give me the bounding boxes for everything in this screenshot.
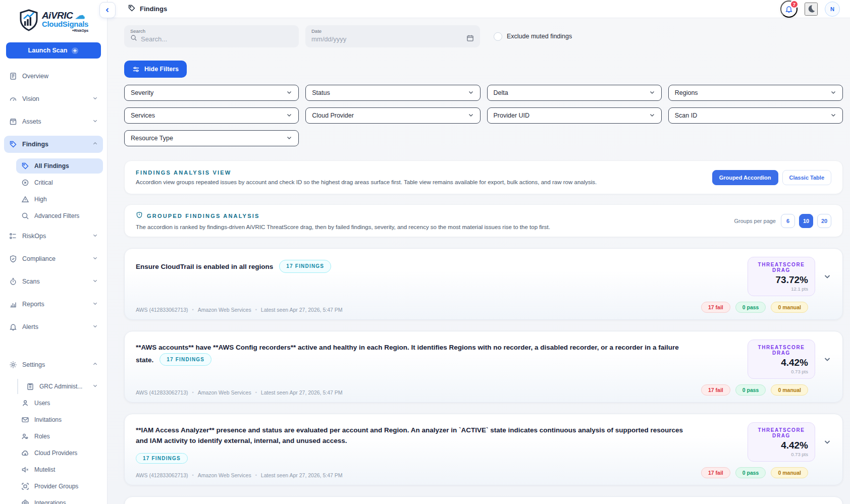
status-pills: 17 fail 0 pass 0 manual: [701, 302, 808, 313]
regions-dropdown[interactable]: Regions: [668, 85, 843, 101]
cloud-icon: [21, 449, 29, 457]
sidebar-item-vision[interactable]: Vision: [4, 90, 103, 107]
exclude-muted-control: Exclude muted findings: [487, 32, 843, 41]
page-size-6-button[interactable]: 6: [781, 214, 795, 228]
threatscore-value: 4.42%: [755, 357, 808, 368]
sidebar-item-overview[interactable]: Overview: [4, 68, 103, 85]
notification-count-badge: 7: [790, 0, 799, 9]
sidebar-item-reports[interactable]: Reports: [4, 296, 103, 313]
integrations-icon: [21, 499, 29, 504]
sidebar-item-roles[interactable]: Roles: [16, 429, 103, 444]
services-dropdown[interactable]: Services: [124, 107, 299, 124]
search-icon: [21, 212, 29, 220]
provider-uid-dropdown[interactable]: Provider UID: [487, 107, 662, 124]
finding-group-card[interactable]: Ensure CloudTrail is enabled in all regi…: [124, 248, 843, 320]
sidebar-item-mutelist[interactable]: Mutelist: [16, 462, 103, 477]
sidebar-item-settings[interactable]: Settings: [4, 356, 103, 373]
sidebar-item-provider-groups[interactable]: Provider Groups: [16, 479, 103, 494]
filter-dropdowns: Severity Status Delta Regions Services C…: [124, 85, 843, 146]
expand-card-chevron[interactable]: [823, 438, 831, 446]
analysis-view-description: Accordion view groups repeated issues by…: [136, 179, 597, 185]
launch-scan-button[interactable]: Launch Scan: [6, 42, 101, 59]
sidebar-item-assets[interactable]: Assets: [4, 113, 103, 130]
threatscore-box: THREATSCORE DRAG 73.72% 12.1 pts: [748, 257, 815, 296]
chevron-down-icon: [649, 89, 655, 97]
sidebar-item-critical[interactable]: Critical: [16, 175, 103, 190]
finding-group-card[interactable]: **IAM Access Analyzer** presence and sta…: [124, 414, 843, 485]
threatscore-value: 4.42%: [755, 440, 808, 451]
sidebar-item-compliance[interactable]: Compliance: [4, 250, 103, 267]
sidebar-item-advanced-filters[interactable]: Advanced Filters: [16, 208, 103, 223]
sidebar-item-integrations[interactable]: Integrations: [16, 495, 103, 504]
expand-card-chevron[interactable]: [823, 355, 831, 363]
finding-meta: AWS (412833062713)• Amazon Web Services•…: [136, 472, 689, 478]
chevron-down-icon: [468, 112, 474, 120]
finding-title: **IAM Access Analyzer** presence and sta…: [136, 426, 683, 444]
warning-triangle-icon: [21, 195, 29, 203]
expand-card-chevron[interactable]: [823, 272, 831, 281]
grouped-analysis-title: GROUPED FINDINGS ANALYSIS: [147, 213, 260, 219]
date-field[interactable]: Date: [305, 25, 480, 47]
topbar: Findings 7 N: [108, 0, 850, 18]
sidebar-item-riskops[interactable]: RiskOps: [4, 228, 103, 245]
page-title: Findings: [140, 5, 167, 13]
findings-count-badge: 17 FINDINGS: [279, 260, 331, 273]
clipboard-icon: [26, 382, 34, 390]
sidebar-item-all-findings[interactable]: All Findings: [16, 158, 103, 174]
shield-chart-logo-icon: [19, 9, 39, 33]
finding-group-card[interactable]: **AWS accounts** have **AWS Config recor…: [124, 331, 843, 403]
app-root: AiVRIC ☁ CloudSignals +RiskOps Launch Sc…: [0, 0, 850, 504]
account-id: AWS (412833062713): [136, 389, 188, 396]
threatscore-label: THREATSCORE DRAG: [755, 262, 808, 273]
latest-seen: Latest seen Apr 27, 2026, 5:47 PM: [261, 472, 343, 478]
classic-table-button[interactable]: Classic Table: [782, 170, 832, 185]
sidebar-item-findings[interactable]: Findings: [4, 136, 103, 153]
sidebar-collapse-button[interactable]: [99, 2, 116, 18]
mute-icon: [21, 466, 29, 474]
notifications-button[interactable]: 7: [780, 1, 798, 18]
shield-icon: [136, 211, 143, 220]
manual-pill: 0 manual: [771, 467, 808, 478]
chevron-down-icon: [92, 278, 98, 285]
grouped-accordion-button[interactable]: Grouped Accordion: [712, 170, 778, 185]
threatscore-label: THREATSCORE DRAG: [755, 345, 808, 356]
exclude-muted-checkbox[interactable]: [494, 32, 502, 41]
delta-dropdown[interactable]: Delta: [487, 85, 662, 101]
page-size-20-button[interactable]: 20: [817, 214, 831, 228]
page-size-10-button[interactable]: 10: [799, 214, 813, 228]
date-input[interactable]: [311, 35, 463, 43]
groups-per-page-label: Groups per page: [734, 218, 776, 224]
threatscore-points: 12.1 pts: [755, 286, 808, 292]
search-field[interactable]: Search: [124, 25, 299, 47]
exclude-muted-label: Exclude muted findings: [507, 33, 572, 40]
search-input[interactable]: [141, 35, 293, 43]
finding-group-card[interactable]: Ensure IAM AWS-Managed policies that all…: [124, 496, 843, 504]
cloud-provider-dropdown[interactable]: Cloud Provider: [305, 107, 480, 124]
chevron-down-icon: [92, 118, 98, 125]
sidebar-item-high[interactable]: High: [16, 192, 103, 207]
scan-id-dropdown[interactable]: Scan ID: [668, 107, 843, 124]
pass-pill: 0 pass: [735, 467, 766, 478]
sidebar-item-grc-administration[interactable]: GRC Administ...: [21, 379, 103, 394]
sidebar-item-alerts[interactable]: Alerts: [4, 318, 103, 335]
status-dropdown[interactable]: Status: [305, 85, 480, 101]
sidebar-item-scans[interactable]: Scans: [4, 273, 103, 290]
sidebar: AiVRIC ☁ CloudSignals +RiskOps Launch Sc…: [0, 0, 108, 504]
dark-mode-toggle[interactable]: [805, 3, 818, 16]
provider-name: Amazon Web Services: [198, 472, 251, 478]
severity-dropdown[interactable]: Severity: [124, 85, 299, 101]
threatscore-label: THREATSCORE DRAG: [755, 427, 808, 438]
calendar-icon[interactable]: [466, 34, 474, 44]
sidebar-item-cloud-providers[interactable]: Cloud Providers: [16, 445, 103, 461]
threatscore-box: THREATSCORE DRAG 4.42% 0.73 pts: [748, 340, 815, 379]
user-avatar[interactable]: N: [825, 2, 840, 17]
sidebar-item-users[interactable]: Users: [16, 396, 103, 411]
latest-seen: Latest seen Apr 27, 2026, 5:47 PM: [261, 389, 343, 396]
resource-type-dropdown[interactable]: Resource Type: [124, 130, 299, 146]
pass-pill: 0 pass: [735, 302, 766, 313]
finding-title-row: **IAM Access Analyzer** presence and sta…: [136, 425, 689, 446]
chevron-down-icon: [92, 255, 98, 262]
hide-filters-button[interactable]: Hide Filters: [124, 61, 187, 78]
gear-icon: [9, 361, 17, 369]
sidebar-item-invitations[interactable]: Invitations: [16, 412, 103, 427]
